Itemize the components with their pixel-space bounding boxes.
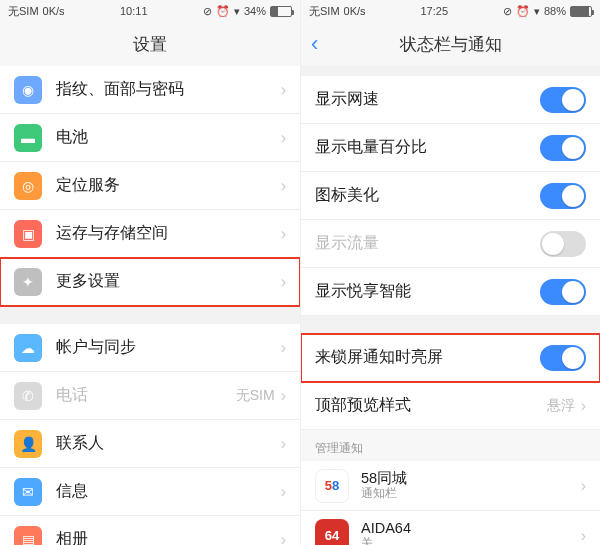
- toggle-row-traffic: 显示流量: [301, 220, 600, 268]
- toggle-netspeed[interactable]: [540, 87, 586, 113]
- clock: 10:11: [120, 5, 148, 17]
- status-bar: 无SIM 0K/s 17:25 ⊘ ⏰ ▾ 88%: [301, 0, 600, 22]
- section-gap: [301, 66, 600, 76]
- app-sub: 通知栏: [361, 487, 581, 501]
- settings-row-phone[interactable]: ✆电话无SIM ›: [0, 372, 300, 420]
- battery-icon: [270, 6, 292, 17]
- toggle-yue[interactable]: [540, 279, 586, 305]
- app-text: AIDA64关: [361, 520, 581, 545]
- row-trail: 无SIM ›: [236, 387, 286, 405]
- chevron-right-icon: ›: [281, 531, 286, 546]
- chevron-right-icon: ›: [281, 387, 286, 405]
- row-label: 指纹、面部与密码: [56, 79, 281, 100]
- row-label: 联系人: [56, 433, 281, 454]
- wifi-icon: ▾: [534, 5, 540, 18]
- row-label: 电池: [56, 127, 281, 148]
- phone-icon: ✆: [14, 382, 42, 410]
- row-trail: ›: [281, 177, 286, 195]
- row-label: 来锁屏通知时亮屏: [315, 347, 540, 368]
- page-title: 设置: [133, 33, 167, 56]
- app-sub: 关: [361, 537, 581, 545]
- app-name: AIDA64: [361, 520, 581, 537]
- chevron-right-icon: ›: [581, 477, 586, 495]
- row-label: 相册: [56, 529, 281, 545]
- row-label: 图标美化: [315, 185, 540, 206]
- app-row-58[interactable]: 5858同城通知栏›: [301, 461, 600, 511]
- toggle-batt_pct[interactable]: [540, 135, 586, 161]
- toggle-row-batt_pct: 显示电量百分比: [301, 124, 600, 172]
- section-header: 管理通知: [301, 430, 600, 461]
- settings-row-storage[interactable]: ▣运存与存储空间›: [0, 210, 300, 258]
- notification-settings-screen: 无SIM 0K/s 17:25 ⊘ ⏰ ▾ 88% ‹ 状态栏与通知 显示网速显…: [300, 0, 600, 545]
- row-label: 更多设置: [56, 271, 281, 292]
- preview-style-row[interactable]: 顶部预览样式 悬浮›: [301, 382, 600, 430]
- back-button[interactable]: ‹: [311, 31, 318, 57]
- toggle-traffic[interactable]: [540, 231, 586, 257]
- section-gap: [0, 306, 300, 324]
- chevron-right-icon: ›: [281, 177, 286, 195]
- toggle-lock_wake[interactable]: [540, 345, 586, 371]
- app-list: 5858同城通知栏›64AIDA64关›ʘFaceu激萌通知栏›fFlash P…: [301, 461, 600, 545]
- header: ‹ 状态栏与通知: [301, 22, 600, 66]
- settings-row-location[interactable]: ◎定位服务›: [0, 162, 300, 210]
- alarm-icon: ⏰: [516, 5, 530, 18]
- settings-row-fingerprint[interactable]: ◉指纹、面部与密码›: [0, 66, 300, 114]
- wifi-icon: ▾: [234, 5, 240, 18]
- toggle-row-yue: 显示悦享智能: [301, 268, 600, 316]
- toggle-icon_beauty[interactable]: [540, 183, 586, 209]
- toggle-list-1: 显示网速显示电量百分比图标美化显示流量显示悦享智能: [301, 76, 600, 316]
- toggle-row-netspeed: 显示网速: [301, 76, 600, 124]
- location-icon: ◎: [14, 172, 42, 200]
- settings-row-contacts[interactable]: 👤联系人›: [0, 420, 300, 468]
- settings-row-more[interactable]: ✦更多设置›: [0, 258, 300, 306]
- row-label: 显示电量百分比: [315, 137, 540, 158]
- section-gap: [301, 316, 600, 334]
- battery-percent: 34%: [244, 5, 266, 17]
- page-title: 状态栏与通知: [400, 33, 502, 56]
- row-label: 显示流量: [315, 233, 540, 254]
- settings-row-gallery[interactable]: ▤相册›: [0, 516, 300, 545]
- net-speed: 0K/s: [344, 5, 366, 17]
- gallery-icon: ▤: [14, 526, 42, 546]
- clock: 17:25: [421, 5, 449, 17]
- row-trail: ›: [281, 531, 286, 546]
- chevron-right-icon: ›: [281, 273, 286, 291]
- chevron-right-icon: ›: [281, 339, 286, 357]
- row-label: 信息: [56, 481, 281, 502]
- alarm-icon: ⏰: [216, 5, 230, 18]
- more-icon: ✦: [14, 268, 42, 296]
- app-name: 58同城: [361, 470, 581, 487]
- contacts-icon: 👤: [14, 430, 42, 458]
- dnd-icon: ⊘: [503, 5, 512, 18]
- net-speed: 0K/s: [43, 5, 65, 17]
- chevron-right-icon: ›: [281, 483, 286, 501]
- chevron-right-icon: ›: [281, 225, 286, 243]
- row-label: 显示网速: [315, 89, 540, 110]
- dnd-icon: ⊘: [203, 5, 212, 18]
- chevron-right-icon: ›: [581, 397, 586, 415]
- row-label: 运存与存储空间: [56, 223, 281, 244]
- settings-row-account[interactable]: ☁帐户与同步›: [0, 324, 300, 372]
- row-label: 定位服务: [56, 175, 281, 196]
- settings-row-messages[interactable]: ✉信息›: [0, 468, 300, 516]
- row-trail: ›: [281, 81, 286, 99]
- toggle-list-2: 来锁屏通知时亮屏: [301, 334, 600, 382]
- app-row-aida64[interactable]: 64AIDA64关›: [301, 511, 600, 545]
- row-trail: ›: [281, 483, 286, 501]
- messages-icon: ✉: [14, 478, 42, 506]
- battery-percent: 88%: [544, 5, 566, 17]
- storage-icon: ▣: [14, 220, 42, 248]
- status-bar: 无SIM 0K/s 10:11 ⊘ ⏰ ▾ 34%: [0, 0, 300, 22]
- account-icon: ☁: [14, 334, 42, 362]
- row-label: 帐户与同步: [56, 337, 281, 358]
- settings-row-battery[interactable]: ▬电池›: [0, 114, 300, 162]
- header: 设置: [0, 22, 300, 66]
- row-trail: ›: [281, 435, 286, 453]
- chevron-right-icon: ›: [281, 129, 286, 147]
- battery-icon: ▬: [14, 124, 42, 152]
- row-trail: ›: [281, 339, 286, 357]
- settings-screen: 无SIM 0K/s 10:11 ⊘ ⏰ ▾ 34% 设置 ◉指纹、面部与密码›▬…: [0, 0, 300, 545]
- row-value: 悬浮›: [547, 397, 586, 415]
- fingerprint-icon: ◉: [14, 76, 42, 104]
- chevron-right-icon: ›: [281, 435, 286, 453]
